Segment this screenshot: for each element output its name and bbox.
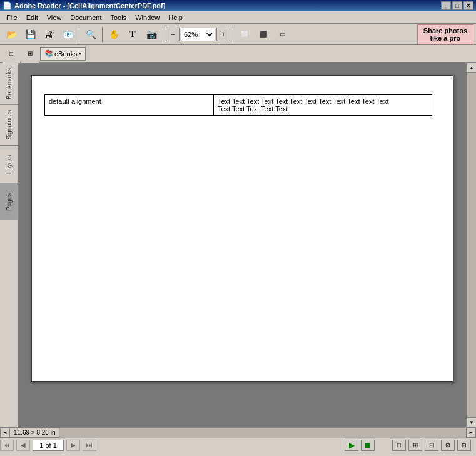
ebooks-arrow: ▾ bbox=[79, 51, 81, 56]
menu-bar: File Edit View Document Tools Window Hel… bbox=[0, 11, 476, 24]
menu-document[interactable]: Document bbox=[66, 13, 105, 22]
pdf-table-right-cell: Text Text Text Text Text Text Text Text … bbox=[214, 95, 432, 116]
app-icon: 📄 bbox=[3, 1, 12, 10]
scroll-up-button[interactable]: ▲ bbox=[467, 63, 476, 73]
spread-continuous-button[interactable]: ⊡ bbox=[457, 440, 471, 451]
share-photos-banner[interactable]: Share photos like a pro bbox=[417, 24, 473, 44]
print-button[interactable]: 🖨 bbox=[40, 26, 58, 43]
continuous-view-button[interactable]: ⊞ bbox=[408, 440, 422, 451]
hand-tool-button[interactable]: ✋ bbox=[105, 26, 123, 43]
horizontal-scroll-track[interactable] bbox=[59, 428, 466, 438]
main-area: Bookmarks Signatures Layers Pages defaul… bbox=[0, 63, 476, 427]
pdf-table-left-cell: default alignment bbox=[45, 95, 214, 116]
open-button[interactable]: 📂 bbox=[3, 26, 20, 43]
prev-page-button[interactable]: ◀ bbox=[16, 440, 30, 451]
facing-view-button[interactable]: ⊟ bbox=[425, 440, 438, 451]
separator bbox=[79, 27, 79, 42]
spread-view-button[interactable]: ⊠ bbox=[441, 440, 455, 451]
main-toolbar: 📂 💾 🖨 📧 🔍 ✋ T 📷 − 62% 50% 75% 100% 125% … bbox=[0, 24, 476, 45]
layers-tab[interactable]: Layers bbox=[0, 145, 18, 183]
share-photos-line1: Share photos bbox=[423, 27, 468, 34]
ebooks-label: eBooks bbox=[54, 50, 78, 58]
window-title: Adobe Reader - [CellAlignmentCenterPDF.p… bbox=[14, 2, 165, 9]
zoom-controls: − 62% 50% 75% 100% 125% 150% + bbox=[166, 28, 230, 41]
email-button[interactable]: 📧 bbox=[59, 26, 76, 43]
title-bar-controls: — □ ✕ bbox=[441, 1, 473, 10]
dimensions-label: 11.69 × 8.26 in bbox=[10, 429, 59, 436]
pdf-table: default alignment Text Text Text Text Te… bbox=[44, 94, 432, 116]
left-panel: Bookmarks Signatures Layers Pages bbox=[0, 63, 19, 427]
separator bbox=[102, 27, 103, 42]
zoom-increase-button[interactable]: + bbox=[216, 28, 230, 41]
separator bbox=[233, 27, 233, 42]
close-button[interactable]: ✕ bbox=[463, 1, 473, 10]
search-button[interactable]: 🔍 bbox=[82, 26, 99, 43]
next-page-button[interactable]: ▶ bbox=[66, 440, 80, 451]
single-page-view-button[interactable]: □ bbox=[392, 440, 406, 451]
pdf-page: default alignment Text Text Text Text Te… bbox=[31, 75, 453, 382]
save-button[interactable]: 💾 bbox=[21, 26, 39, 43]
fit-width-button[interactable]: ▭ bbox=[273, 26, 291, 43]
menu-window[interactable]: Window bbox=[131, 13, 163, 22]
menu-edit[interactable]: Edit bbox=[23, 13, 42, 22]
stop-button[interactable]: ⏹ bbox=[361, 440, 375, 451]
actual-size-button[interactable]: ⬜ bbox=[236, 26, 253, 43]
title-bar-left: 📄 Adobe Reader - [CellAlignmentCenterPDF… bbox=[3, 1, 165, 10]
navigation-bar: ⏮ ◀ ▶ ⏭ ▶ ⏹ □ ⊞ ⊟ ⊠ ⊡ bbox=[0, 437, 476, 452]
page-number-input[interactable] bbox=[33, 440, 64, 451]
pdf-scroll-area[interactable]: default alignment Text Text Text Text Te… bbox=[19, 63, 466, 427]
menu-tools[interactable]: Tools bbox=[107, 13, 131, 22]
scroll-track[interactable] bbox=[467, 73, 476, 417]
title-bar: 📄 Adobe Reader - [CellAlignmentCenterPDF… bbox=[0, 0, 476, 11]
first-page-button[interactable]: ⏮ bbox=[0, 440, 14, 451]
minimize-button[interactable]: — bbox=[441, 1, 451, 10]
secondary-toolbar: □ ⊞ 📚 eBooks ▾ bbox=[0, 45, 476, 63]
vertical-scrollbar: ▲ ▼ bbox=[466, 63, 476, 427]
toolbar2-btn1[interactable]: □ bbox=[3, 45, 20, 63]
last-page-button[interactable]: ⏭ bbox=[83, 440, 96, 451]
nav-right-controls: ▶ ⏹ □ ⊞ ⊟ ⊠ ⊡ bbox=[345, 440, 471, 451]
zoom-decrease-button[interactable]: − bbox=[166, 28, 180, 41]
menu-help[interactable]: Help bbox=[165, 13, 186, 22]
ebooks-icon: 📚 bbox=[44, 49, 53, 58]
horizontal-scrollbar: ◄ 11.69 × 8.26 in ► bbox=[0, 427, 476, 437]
scroll-right-button[interactable]: ► bbox=[466, 428, 476, 438]
fit-page-button[interactable]: ⬛ bbox=[255, 26, 272, 43]
ebooks-button[interactable]: 📚 eBooks ▾ bbox=[40, 47, 86, 61]
separator bbox=[163, 27, 163, 42]
play-button[interactable]: ▶ bbox=[345, 440, 358, 451]
signatures-tab[interactable]: Signatures bbox=[0, 104, 18, 145]
menu-view[interactable]: View bbox=[43, 13, 66, 22]
toolbar2-btn2[interactable]: ⊞ bbox=[21, 45, 39, 63]
text-select-button[interactable]: T bbox=[124, 26, 141, 43]
maximize-button[interactable]: □ bbox=[452, 1, 462, 10]
scroll-left-button[interactable]: ◄ bbox=[0, 428, 10, 438]
zoom-select[interactable]: 62% 50% 75% 100% 125% 150% bbox=[181, 28, 215, 41]
menu-file[interactable]: File bbox=[3, 13, 21, 22]
bookmarks-tab[interactable]: Bookmarks bbox=[0, 63, 18, 104]
scroll-down-button[interactable]: ▼ bbox=[467, 417, 476, 427]
snapshot-button[interactable]: 📷 bbox=[143, 26, 160, 43]
pages-tab[interactable]: Pages bbox=[0, 183, 18, 220]
share-photos-line2: like a pro bbox=[423, 34, 468, 42]
pdf-table-right-text1: Text Text Text Text Text Text Text Text … bbox=[218, 98, 389, 105]
pdf-table-right-text2: Text Text Text Text Text bbox=[218, 105, 288, 113]
